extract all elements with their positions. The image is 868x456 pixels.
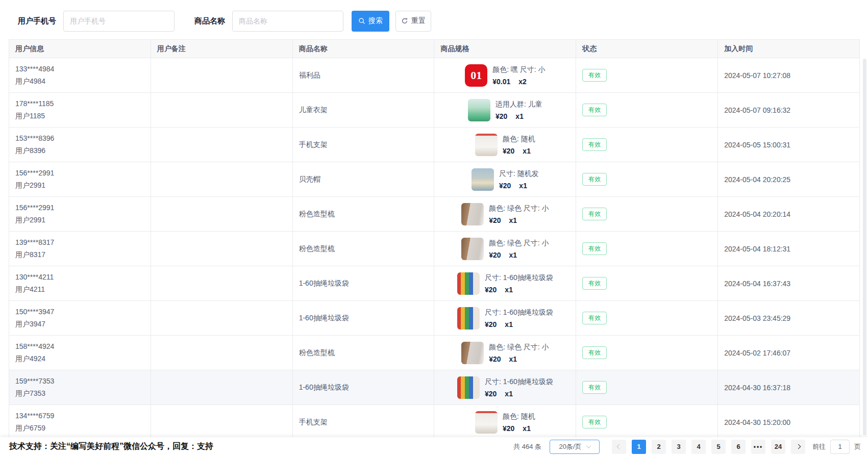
- support-text: 技术支持：关注“编写美好前程”微信公众号，回复：支持: [9, 441, 213, 452]
- product-name-cell: 1-60抽绳垃圾袋: [293, 266, 435, 301]
- join-time-cell: 2024-05-03 23:45:29: [718, 301, 859, 336]
- search-button[interactable]: 搜索: [352, 11, 389, 32]
- page-button-1[interactable]: 1: [632, 440, 646, 454]
- header-cell-product-spec: 商品规格: [434, 40, 576, 58]
- page-button-6[interactable]: 6: [731, 440, 746, 454]
- product-name-cell: 粉色造型梳: [293, 232, 435, 266]
- pagination: 共 464 条 20条/页 123456•••24 前往 页: [513, 440, 861, 454]
- page-button-24[interactable]: 24: [771, 440, 785, 454]
- user-nickname: 用户1185: [15, 112, 144, 121]
- user-phone: 156****2991: [15, 204, 144, 212]
- user-phone: 130****4211: [15, 273, 144, 281]
- next-page-button[interactable]: [791, 440, 805, 454]
- product-name-cell: 贝壳帽: [293, 162, 435, 197]
- product-input[interactable]: [232, 11, 343, 32]
- status-badge: 有效: [582, 173, 607, 186]
- user-nickname: 用户2991: [15, 181, 144, 190]
- join-time-cell: 2024-05-02 17:46:07: [718, 336, 859, 370]
- prev-page-button[interactable]: [612, 440, 626, 454]
- user-info-cell: 158****4924 用户4924: [9, 336, 151, 370]
- data-table: 用户信息 用户备注 商品名称 商品规格 状态 加入时间 133****4984 …: [9, 39, 860, 437]
- search-icon: [358, 17, 365, 24]
- total-count: 共 464 条: [513, 442, 541, 451]
- page-size-select[interactable]: 20条/页: [550, 440, 600, 454]
- user-remark-cell: [151, 405, 293, 437]
- product-spec-cell: 适用人群: 儿童 ¥20 x1: [434, 93, 576, 128]
- user-phone: 178****1185: [15, 99, 144, 108]
- product-name-cell: 粉色造型梳: [293, 197, 435, 232]
- user-phone: 158****4924: [15, 342, 144, 350]
- price: ¥20: [503, 147, 514, 155]
- ellipsis-page-button[interactable]: •••: [751, 440, 765, 454]
- reset-button-label: 重置: [411, 16, 426, 26]
- user-remark-cell: [151, 266, 293, 301]
- table-row: 133****4984 用户4984 福利品 01 颜色: 嘿 尺寸: 小 ¥0…: [9, 58, 859, 93]
- user-remark-cell: [151, 197, 293, 232]
- quantity: x1: [523, 424, 531, 433]
- header-cell-user-info: 用户信息: [9, 40, 151, 58]
- search-button-label: 搜索: [368, 16, 383, 26]
- status-badge: 有效: [582, 69, 607, 82]
- spec-text: 尺寸: 1-60抽绳垃圾袋: [485, 273, 553, 283]
- user-remark-cell: [151, 162, 293, 197]
- spec-text: 颜色: 随机: [503, 412, 535, 421]
- product-name-cell: 儿童衣架: [293, 93, 435, 128]
- status-badge: 有效: [582, 346, 607, 359]
- page-button-4[interactable]: 4: [691, 440, 706, 454]
- product-name-cell: 福利品: [293, 58, 435, 93]
- status-cell: 有效: [576, 266, 718, 301]
- status-badge: 有效: [582, 104, 607, 116]
- user-remark-cell: [151, 301, 293, 336]
- spec-text: 颜色: 随机: [503, 135, 535, 144]
- status-cell: 有效: [576, 232, 718, 266]
- user-info-cell: 150****3947 用户3947: [9, 301, 151, 336]
- status-cell: 有效: [576, 370, 718, 405]
- product-image: [475, 411, 498, 434]
- page-button-3[interactable]: 3: [672, 440, 686, 454]
- header-cell-status: 状态: [576, 40, 718, 58]
- price: ¥20: [499, 182, 511, 190]
- product-image: 01: [465, 64, 487, 87]
- user-info-cell: 134****6759 用户6759: [9, 405, 151, 437]
- spec-text: 颜色: 绿色 尺寸: 小: [489, 204, 549, 213]
- price: ¥20: [485, 286, 497, 294]
- product-name-cell: 1-60抽绳垃圾袋: [293, 370, 435, 405]
- product-spec-cell: 尺寸: 1-60抽绳垃圾袋 ¥20 x1: [434, 370, 576, 405]
- chevron-down-icon: [586, 443, 591, 448]
- user-phone: 153****8396: [15, 134, 144, 142]
- user-phone: 133****4984: [15, 65, 144, 73]
- user-phone: 134****6759: [15, 412, 144, 420]
- product-spec-cell: 尺寸: 随机发 ¥20 x1: [434, 162, 576, 197]
- user-phone: 159****7353: [15, 377, 144, 385]
- quantity: x1: [505, 286, 513, 294]
- page-button-2[interactable]: 2: [652, 440, 666, 454]
- user-remark-cell: [151, 336, 293, 370]
- user-nickname: 用户4211: [15, 285, 144, 294]
- table-row: 139****8317 用户8317 粉色造型梳 颜色: 绿色 尺寸: 小 ¥2…: [9, 232, 859, 266]
- join-time-cell: 2024-05-04 16:37:43: [718, 266, 859, 301]
- table-row: 156****2991 用户2991 贝壳帽 尺寸: 随机发 ¥20 x1 有效…: [9, 162, 859, 197]
- status-badge: 有效: [582, 416, 607, 428]
- goto-input[interactable]: [830, 440, 850, 454]
- product-label: 商品名称: [194, 16, 225, 26]
- page-button-5[interactable]: 5: [711, 440, 726, 454]
- phone-label: 用户手机号: [18, 16, 56, 26]
- join-time-cell: 2024-05-07 09:16:32: [718, 93, 859, 128]
- user-phone: 150****3947: [15, 308, 144, 316]
- user-phone: 139****8317: [15, 238, 144, 246]
- join-time-cell: 2024-05-04 20:20:14: [718, 197, 859, 232]
- phone-input[interactable]: [63, 11, 175, 32]
- spec-text: 尺寸: 1-60抽绳垃圾袋: [485, 377, 553, 387]
- product-name-cell: 手机支架: [293, 128, 435, 162]
- join-time-cell: 2024-05-04 18:12:31: [718, 232, 859, 266]
- user-nickname: 用户6759: [15, 424, 144, 433]
- vertical-scrollbar[interactable]: [863, 59, 866, 435]
- page: 用户手机号 商品名称 搜索 重置 用户信息 用户备注 商品名称 商品规格 状态 …: [0, 0, 868, 456]
- user-nickname: 用户4984: [15, 77, 144, 86]
- reset-button[interactable]: 重置: [395, 11, 431, 32]
- product-image: [461, 238, 484, 260]
- product-spec-cell: 尺寸: 1-60抽绳垃圾袋 ¥20 x1: [434, 301, 576, 336]
- chevron-right-icon: [796, 444, 801, 449]
- status-cell: 有效: [576, 405, 718, 437]
- user-info-cell: 153****8396 用户8396: [9, 128, 151, 162]
